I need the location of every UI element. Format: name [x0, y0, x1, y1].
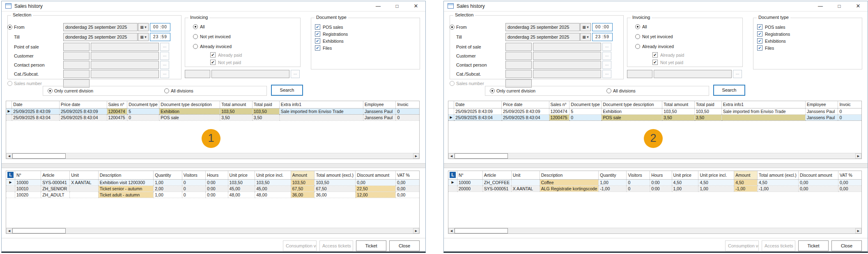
from-calendar-dropdown-icon[interactable]: ▦ ▾ — [138, 23, 149, 31]
grid-cell[interactable]: 1200475 — [107, 114, 127, 120]
grid-cell[interactable]: 0 — [627, 179, 650, 185]
exhibitions-checkbox[interactable] — [757, 38, 762, 44]
grid-cell[interactable]: 3,50 — [662, 114, 695, 120]
row-selector[interactable]: ▶ — [448, 114, 454, 120]
grid-cell[interactable]: 10000 — [15, 179, 41, 185]
grid-cell[interactable]: 0,00 — [838, 179, 861, 185]
column-header[interactable]: Unit — [511, 171, 540, 179]
grid-cell[interactable]: 25/09/2025 8:43:04 — [454, 114, 502, 120]
customer-browse-button[interactable]: ... — [160, 52, 169, 60]
grid-cell[interactable]: 0:00 — [650, 179, 672, 185]
pos-sales-checkbox[interactable] — [315, 24, 320, 30]
scroll-right-icon[interactable]: ▶ — [855, 153, 861, 159]
grid-row[interactable]: 10010ZH_SENIORTicket senior - autumn2,00… — [6, 185, 419, 192]
subcategory-code-input[interactable] — [185, 70, 210, 78]
from-date-input[interactable]: donderdag 25 september 2025 — [505, 23, 580, 31]
column-header[interactable]: Total amount (excl.) — [758, 171, 799, 179]
point-of-sale-code-input[interactable] — [63, 43, 90, 51]
grid-cell[interactable] — [70, 185, 99, 192]
grid-cell[interactable]: SYS-000051 — [482, 185, 511, 192]
column-header[interactable]: Price date — [501, 101, 549, 108]
grid-cell[interactable]: 10020 — [15, 192, 41, 198]
grid-cell[interactable]: Exhibition — [602, 108, 662, 114]
column-header[interactable]: Extra info1 — [721, 101, 805, 108]
from-radio[interactable] — [7, 25, 12, 30]
grid-cell[interactable]: 25/09/2025 8:43:04 — [12, 114, 60, 120]
column-header[interactable]: Amount — [291, 171, 315, 179]
not-yet-invoiced-radio[interactable] — [635, 34, 640, 39]
row-selector[interactable] — [448, 185, 457, 192]
row-selector[interactable] — [6, 114, 12, 120]
grid-splitter[interactable] — [2, 163, 425, 168]
till-calendar-dropdown-icon[interactable]: ▦ ▾ — [580, 33, 591, 41]
from-radio[interactable] — [450, 25, 455, 30]
grid-cell[interactable]: 4,50 — [734, 179, 758, 185]
grid-row[interactable]: ▶10000SYS-000041X AANTALExhibition visit… — [6, 179, 419, 185]
grid-cell[interactable]: 0 — [838, 108, 861, 114]
grid-cell[interactable]: 1200475 — [549, 114, 569, 120]
from-calendar-dropdown-icon[interactable]: ▦ ▾ — [580, 23, 591, 31]
contact-person-browse-button[interactable]: ... — [602, 61, 611, 69]
customer-code-input[interactable] — [505, 52, 532, 60]
grid-cell[interactable]: 36,00 — [315, 192, 356, 198]
already-paid-checkbox[interactable] — [652, 52, 658, 58]
grid-cell[interactable]: 103,50 — [220, 108, 253, 114]
column-header[interactable]: Total paid — [694, 101, 721, 108]
column-header[interactable] — [448, 101, 454, 108]
grid-row[interactable]: ▶10000ZH_COFFEECoffee1,0000:004,504,504,… — [448, 179, 861, 185]
grid-cell[interactable]: 1,00 — [599, 179, 627, 185]
grid-cell[interactable]: 0,00 — [798, 179, 838, 185]
grid-cell[interactable]: Exhibition visit 1200300 — [98, 179, 154, 185]
point-of-sale-browse-button[interactable]: ... — [160, 43, 169, 51]
subcategory-name-input[interactable] — [654, 70, 732, 78]
registrations-checkbox[interactable] — [757, 31, 762, 37]
column-header[interactable]: Employee — [363, 101, 395, 108]
column-header[interactable]: Description — [540, 171, 599, 179]
grid-cell[interactable]: 3,50 — [252, 114, 279, 120]
grid-cell[interactable]: 0:00 — [206, 179, 228, 185]
customer-name-input[interactable] — [91, 52, 159, 60]
grid-cell[interactable]: 0 — [569, 114, 602, 120]
grid-row[interactable]: 25/09/2025 8:43:0425/09/2025 8:43:041200… — [6, 114, 419, 120]
category-browse-button[interactable]: ... — [602, 70, 611, 78]
grid-cell[interactable] — [70, 192, 99, 198]
grid-cell[interactable]: -1,00 — [734, 185, 758, 192]
till-date-input[interactable]: donderdag 25 september 2025 — [63, 33, 138, 41]
grid-cell[interactable]: 103,50 — [255, 179, 291, 185]
column-header[interactable]: Unit price incl. — [698, 171, 734, 179]
grid-cell[interactable]: Ticket adult - autumn — [98, 192, 154, 198]
column-header[interactable]: N° — [457, 171, 483, 179]
grid-cell[interactable] — [511, 179, 540, 185]
grid-cell[interactable]: 0 — [182, 179, 206, 185]
customer-code-input[interactable] — [63, 52, 90, 60]
from-time-input[interactable]: 00 :00 — [150, 23, 170, 31]
column-header[interactable]: Article — [41, 171, 70, 179]
scrollbar-thumb[interactable] — [455, 228, 508, 233]
ticket-button[interactable]: Ticket — [798, 240, 829, 251]
already-invoiced-radio[interactable] — [635, 44, 640, 49]
minimize-icon[interactable]: — — [811, 1, 830, 12]
grid-cell[interactable]: 0 — [838, 114, 861, 120]
ticket-button[interactable]: Ticket — [356, 240, 386, 251]
column-header[interactable]: Sales n° — [549, 101, 569, 108]
column-header[interactable]: Total paid — [252, 101, 279, 108]
category-name-input[interactable] — [533, 70, 601, 78]
consumption-vouchers-button[interactable]: Consumption vouc — [725, 240, 759, 251]
contact-person-code-input[interactable] — [63, 61, 90, 69]
column-header[interactable]: Discount amount — [356, 171, 396, 179]
invoicing-all-radio[interactable] — [635, 24, 640, 29]
grid-cell[interactable]: 4,50 — [672, 179, 698, 185]
detail-grid-hscrollbar[interactable]: ◀ ▶ — [6, 228, 419, 233]
grid-cell[interactable]: ZH_SENIOR — [41, 185, 70, 192]
grid-cell[interactable]: 22,50 — [356, 185, 396, 192]
grid-cell[interactable]: 4,50 — [758, 179, 799, 185]
grid-cell[interactable]: 67,50 — [291, 185, 315, 192]
customer-browse-button[interactable]: ... — [602, 52, 611, 60]
from-time-input[interactable]: 00 :00 — [592, 23, 613, 31]
column-header[interactable]: Document type — [127, 101, 159, 108]
scrollbar-thumb[interactable] — [12, 153, 66, 159]
grid-cell[interactable]: 20000 — [457, 185, 483, 192]
column-header[interactable]: Date — [12, 101, 60, 108]
grid-cell[interactable]: 0 — [182, 185, 206, 192]
grid-cell[interactable]: 48,00 — [228, 192, 255, 198]
